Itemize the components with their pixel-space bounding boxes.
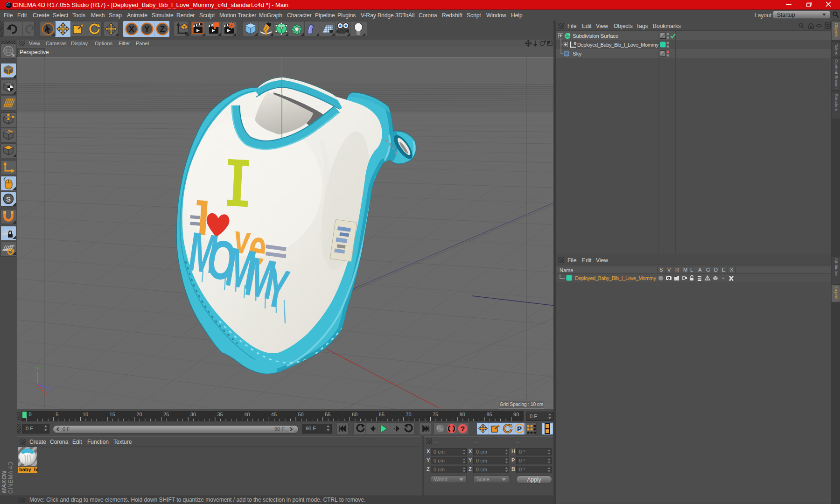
svg-text:X: X <box>129 25 134 34</box>
svg-text:70: 70 <box>406 412 411 417</box>
svg-text:Y: Y <box>36 366 39 371</box>
svg-text:45: 45 <box>271 412 277 417</box>
svg-text:10: 10 <box>83 412 88 417</box>
svg-text:Z: Z <box>49 386 52 391</box>
svg-text:30: 30 <box>190 412 196 417</box>
svg-text:35: 35 <box>217 412 223 417</box>
svg-text:Y: Y <box>144 25 150 34</box>
svg-text:80: 80 <box>460 412 465 417</box>
svg-text:5: 5 <box>56 412 58 417</box>
svg-text:?: ? <box>461 425 465 433</box>
svg-text:15: 15 <box>110 412 115 417</box>
svg-text:X: X <box>44 392 47 396</box>
svg-text:20: 20 <box>136 412 142 417</box>
svg-text:Z: Z <box>160 25 165 34</box>
svg-text:S: S <box>6 195 11 203</box>
svg-text:90: 90 <box>513 412 519 417</box>
svg-text:25: 25 <box>163 412 169 417</box>
svg-text:P: P <box>517 425 522 433</box>
svg-text:0: 0 <box>29 412 32 417</box>
svg-text:0: 0 <box>574 41 576 46</box>
svg-text:55: 55 <box>325 412 330 417</box>
svg-text:40: 40 <box>244 412 250 417</box>
svg-text:75: 75 <box>433 412 438 417</box>
svg-text:50: 50 <box>298 412 304 417</box>
svg-text:60: 60 <box>352 412 357 417</box>
svg-text:65: 65 <box>379 412 385 417</box>
svg-text:85: 85 <box>486 412 492 417</box>
